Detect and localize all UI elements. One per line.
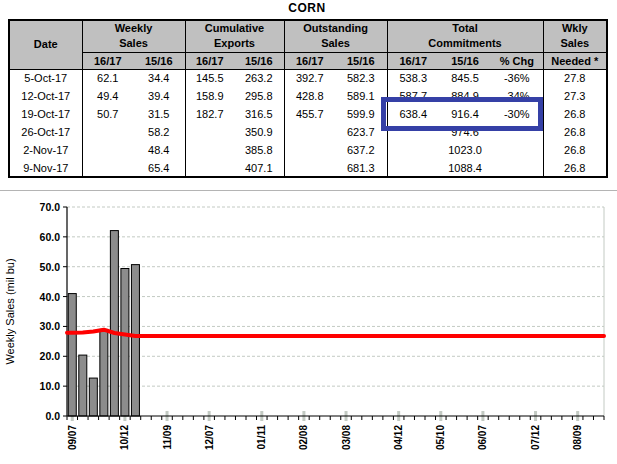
table-header: Date Weekly Sales Cumulative Exports Out… — [9, 20, 607, 69]
value-cell — [491, 159, 543, 177]
corn-export-sales-report: CORN Date Weekly Sales Cumulative Export… — [0, 0, 617, 464]
value-cell: 48.4 — [133, 141, 185, 159]
table-row: 26-Oct-17 58.2 350.9 623.7 974.6 26.8 — [9, 123, 607, 141]
value-cell: 50.7 — [82, 105, 133, 123]
value-cell: 637.2 — [335, 141, 387, 159]
weekly-sales-chart: 0.010.020.030.040.050.060.070.009/0710/1… — [0, 190, 617, 464]
value-cell — [82, 123, 133, 141]
table-row: 5-Oct-17 62.1 34.4 145.5 263.2 392.7 582… — [9, 69, 607, 87]
sub-header: 16/17 — [284, 52, 335, 69]
svg-text:30.0: 30.0 — [40, 320, 61, 332]
value-cell: 34.4 — [133, 69, 185, 87]
group-label-line: Outstanding — [303, 22, 368, 34]
table-row-highlighted: 19-Oct-17 50.7 31.5 182.7 316.5 455.7 59… — [9, 105, 607, 123]
svg-text:03/08: 03/08 — [341, 425, 352, 450]
value-cell: 455.7 — [284, 105, 335, 123]
group-label-line: Sales — [560, 37, 589, 49]
value-cell: 428.8 — [284, 87, 335, 105]
value-cell — [82, 141, 133, 159]
svg-text:70.0: 70.0 — [40, 201, 61, 213]
value-cell: 27.3 — [543, 87, 607, 105]
value-cell: -30% — [491, 105, 543, 123]
sub-header: 16/17 — [82, 52, 133, 69]
svg-text:08/09: 08/09 — [572, 425, 583, 450]
value-cell: 263.2 — [234, 69, 284, 87]
svg-text:01/11: 01/11 — [256, 425, 267, 450]
svg-text:06/07: 06/07 — [477, 425, 488, 450]
group-label-line: Sales — [119, 37, 148, 49]
value-cell: 49.4 — [82, 87, 133, 105]
value-cell: 638.4 — [387, 105, 439, 123]
value-cell — [185, 141, 234, 159]
value-cell: 884.9 — [439, 87, 491, 105]
value-cell: -36% — [491, 69, 543, 87]
group-label-line: Commitments — [428, 37, 501, 49]
value-cell: 587.7 — [387, 87, 439, 105]
value-cell: 295.8 — [234, 87, 284, 105]
value-cell: 623.7 — [335, 123, 387, 141]
value-cell: 407.1 — [234, 159, 284, 177]
value-cell — [491, 123, 543, 141]
value-cell: 31.5 — [133, 105, 185, 123]
value-cell: 158.9 — [185, 87, 234, 105]
value-cell — [284, 123, 335, 141]
value-cell: 974.6 — [439, 123, 491, 141]
date-cell: 12-Oct-17 — [9, 87, 82, 105]
date-cell: 2-Nov-17 — [9, 141, 82, 159]
svg-text:Weekly Sales (mil bu): Weekly Sales (mil bu) — [4, 258, 16, 364]
value-cell: 27.8 — [543, 69, 607, 87]
value-cell: 145.5 — [185, 69, 234, 87]
svg-text:11/09: 11/09 — [162, 425, 173, 450]
table-row: 9-Nov-17 65.4 407.1 681.3 1088.4 26.8 — [9, 159, 607, 177]
svg-text:05/10: 05/10 — [435, 425, 446, 450]
svg-text:0.0: 0.0 — [45, 410, 60, 422]
group-label-line: Sales — [321, 37, 350, 49]
svg-text:07/12: 07/12 — [530, 425, 541, 450]
value-cell — [82, 159, 133, 177]
value-cell: 65.4 — [133, 159, 185, 177]
value-cell: 392.7 — [284, 69, 335, 87]
sub-header: 15/16 — [133, 52, 185, 69]
value-cell: 681.3 — [335, 159, 387, 177]
value-cell: 39.4 — [133, 87, 185, 105]
group-header-outstanding-sales: Outstanding Sales — [284, 20, 387, 52]
group-label-line: Cumulative — [205, 22, 264, 34]
sub-header: % Chg — [491, 52, 543, 69]
value-cell — [185, 123, 234, 141]
value-cell: 589.1 — [335, 87, 387, 105]
value-cell: 385.8 — [234, 141, 284, 159]
group-label-line: Exports — [214, 37, 255, 49]
svg-text:10.0: 10.0 — [40, 380, 61, 392]
page-title: CORN — [8, 1, 606, 15]
svg-text:09/07: 09/07 — [67, 425, 78, 450]
group-header-wkly-sales-needed: Wkly Sales — [543, 20, 607, 52]
value-cell: 599.9 — [335, 105, 387, 123]
value-cell: 582.3 — [335, 69, 387, 87]
svg-text:04/12: 04/12 — [393, 425, 404, 450]
value-cell: 316.5 — [234, 105, 284, 123]
svg-text:10/12: 10/12 — [119, 425, 130, 450]
svg-text:12/07: 12/07 — [204, 425, 215, 450]
value-cell: 26.8 — [543, 159, 607, 177]
table-body: 5-Oct-17 62.1 34.4 145.5 263.2 392.7 582… — [9, 69, 607, 177]
sub-header: 16/17 — [185, 52, 234, 69]
sub-header: 16/17 — [387, 52, 439, 69]
value-cell — [387, 141, 439, 159]
svg-text:02/08: 02/08 — [298, 425, 309, 450]
table-row: 2-Nov-17 48.4 385.8 637.2 1023.0 26.8 — [9, 141, 607, 159]
value-cell: 26.8 — [543, 105, 607, 123]
group-header-row: Date Weekly Sales Cumulative Exports Out… — [9, 20, 607, 52]
value-cell: 845.5 — [439, 69, 491, 87]
value-cell — [284, 141, 335, 159]
date-cell: 19-Oct-17 — [9, 105, 82, 123]
value-cell: 916.4 — [439, 105, 491, 123]
svg-text:20.0: 20.0 — [40, 350, 61, 362]
date-cell: 9-Nov-17 — [9, 159, 82, 177]
value-cell — [284, 159, 335, 177]
sub-header: 15/16 — [439, 52, 491, 69]
value-cell — [491, 141, 543, 159]
date-column-header: Date — [9, 20, 82, 69]
group-label-line: Total — [452, 22, 477, 34]
sub-header: 15/16 — [335, 52, 387, 69]
value-cell: 182.7 — [185, 105, 234, 123]
